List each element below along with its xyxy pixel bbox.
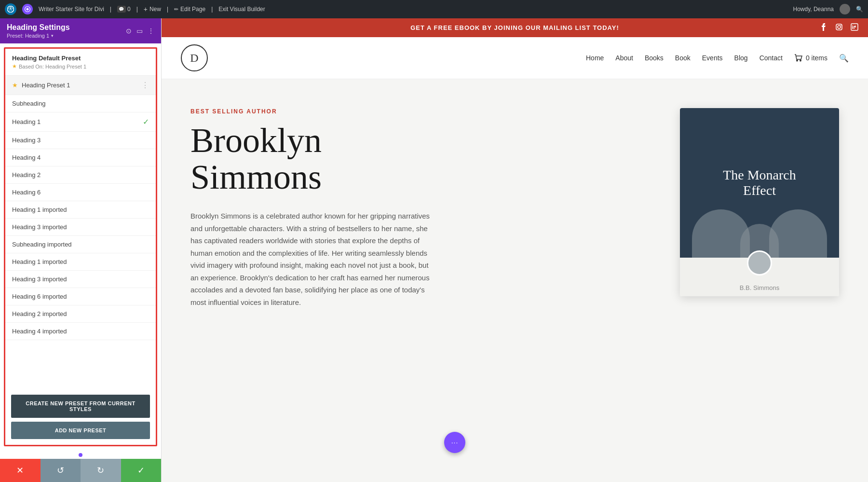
cart-count: 0 items (806, 54, 827, 62)
preset-item-label: Heading 3 imported (12, 223, 67, 231)
star-icon: ★ (12, 63, 17, 69)
panel-header-content: Heading Settings Preset: Heading 1 ▾ (7, 23, 70, 39)
undo-icon: ↺ (57, 465, 64, 476)
site-logo[interactable]: D (181, 44, 208, 71)
main-layout: Heading Settings Preset: Heading 1 ▾ ⊙ ▭… (0, 18, 868, 482)
undo-button[interactable]: ↺ (41, 459, 81, 482)
svg-rect-2 (836, 24, 842, 30)
howdy-text: Howdy, Deanna (793, 6, 834, 13)
list-item[interactable]: Heading 3 imported (5, 271, 156, 288)
separator-4: | (211, 6, 213, 13)
save-button[interactable]: ✓ (121, 459, 162, 482)
svg-rect-5 (851, 24, 858, 30)
dot-active (79, 453, 82, 457)
user-avatar[interactable] (840, 4, 850, 14)
social-links (820, 23, 858, 33)
hero-label: BEST SELLING AUTHOR (190, 108, 661, 115)
nav-blog[interactable]: Blog (734, 54, 748, 62)
admin-bar-left: Writer Starter Site for Divi | 💬 0 | + N… (5, 3, 789, 15)
preset-item-label: Heading 1 imported (12, 206, 67, 213)
create-preset-button[interactable]: CREATE NEW PRESET FROM CURRENT STYLES (11, 395, 150, 418)
site-name-link[interactable]: Writer Starter Site for Divi (39, 6, 104, 13)
preset-list: ★ Heading Preset 1 ⋮ Subheading Heading … (5, 76, 156, 389)
list-item[interactable]: Subheading imported (5, 236, 156, 253)
preset-action-buttons: CREATE NEW PRESET FROM CURRENT STYLES AD… (5, 389, 156, 445)
heading-settings-panel: Heading Settings Preset: Heading 1 ▾ ⊙ ▭… (0, 18, 162, 482)
instagram-icon[interactable] (835, 23, 843, 33)
svg-point-6 (797, 60, 798, 61)
cancel-icon: ✕ (16, 465, 24, 476)
admin-search-icon[interactable]: 🔍 (856, 6, 863, 13)
new-link[interactable]: + New (144, 5, 161, 13)
nav-events[interactable]: Events (702, 54, 723, 62)
list-item[interactable]: Heading 3 (5, 132, 156, 149)
edit-page-link[interactable]: ✏ Edit Page (174, 6, 205, 13)
nav-contact[interactable]: Contact (760, 54, 783, 62)
comment-icon: 💬 (117, 6, 126, 13)
panel-title: Heading Settings (7, 23, 70, 32)
book-title-line2: Effect (743, 183, 776, 198)
preset-item-label: Heading 6 (12, 189, 41, 196)
list-item[interactable]: Heading 3 imported (5, 219, 156, 236)
list-item[interactable]: Heading 6 imported (5, 288, 156, 305)
cart-link[interactable]: 0 items (794, 54, 827, 62)
nav-book[interactable]: Book (675, 54, 691, 62)
list-item[interactable]: Heading 6 (5, 184, 156, 201)
wp-logo-icon[interactable] (5, 3, 16, 15)
checkmark-icon: ✓ (143, 117, 149, 126)
top-bar-text: GET A FREE EBOOK BY JOINING OUR MAILING … (410, 24, 619, 31)
preset-item-label: Heading 2 (12, 171, 41, 179)
preset-container: Heading Default Preset ★ Based On: Headi… (4, 47, 157, 446)
list-item[interactable]: Heading 1 imported (5, 253, 156, 271)
hero-name-line2: Simmons (190, 158, 322, 196)
facebook-icon[interactable] (820, 23, 827, 33)
pagination-dots (0, 450, 161, 459)
book-cover: The Monarch Effect (680, 108, 839, 258)
site-search-icon[interactable]: 🔍 (839, 54, 849, 63)
preset-more-icon[interactable]: ⋮ (141, 81, 149, 90)
fab-button[interactable]: ··· (444, 432, 465, 453)
list-item[interactable]: Heading 4 imported (5, 323, 156, 340)
preset-label: Preset: Heading 1 (7, 33, 49, 39)
list-item[interactable]: Heading 2 (5, 166, 156, 184)
preset-item-label: Heading 3 (12, 137, 41, 144)
more-options-icon[interactable]: ⋮ (148, 27, 154, 35)
linkedin-icon[interactable] (851, 23, 858, 33)
chevron-down-icon: ▾ (51, 33, 54, 38)
svg-point-3 (838, 26, 841, 28)
comment-bubble[interactable]: 💬 0 (117, 6, 131, 13)
nav-home[interactable]: Home (586, 54, 604, 62)
site-nav: Home About Books Book Events Blog Contac… (586, 54, 849, 63)
site-header: D Home About Books Book Events Blog Cont… (162, 37, 868, 79)
layout-icon[interactable]: ▭ (136, 27, 143, 35)
divi-logo-icon[interactable] (22, 4, 33, 14)
list-item[interactable]: ★ Heading Preset 1 ⋮ (5, 76, 156, 95)
redo-button[interactable]: ↻ (81, 459, 121, 482)
fullscreen-icon[interactable]: ⊙ (126, 27, 132, 35)
book-title-line1: The Monarch (723, 167, 796, 182)
redo-icon: ↻ (97, 465, 104, 476)
preset-item-label: Heading Preset 1 (22, 82, 70, 89)
exit-builder-link[interactable]: Exit Visual Builder (218, 6, 265, 13)
list-item[interactable]: Heading 4 (5, 149, 156, 166)
list-item[interactable]: Heading 1 ✓ (5, 112, 156, 132)
preset-selector[interactable]: Preset: Heading 1 ▾ (7, 33, 70, 39)
preset-item-label: Heading 1 imported (12, 258, 67, 265)
cancel-button[interactable]: ✕ (0, 459, 41, 482)
preset-item-label: Subheading imported (12, 241, 72, 248)
list-item[interactable]: Subheading (5, 95, 156, 112)
book-card: The Monarch Effect B.B. Simmo (680, 108, 839, 296)
default-preset-based-on: Based On: Heading Preset 1 (19, 64, 86, 69)
hero-section: BEST SELLING AUTHOR Brooklyn Simmons Bro… (162, 79, 868, 482)
add-preset-button[interactable]: ADD NEW PRESET (11, 422, 150, 439)
default-preset-subtitle: ★ Based On: Heading Preset 1 (12, 63, 149, 69)
separator-3: | (167, 6, 168, 13)
list-item[interactable]: Heading 1 imported (5, 201, 156, 219)
book-author-name: B.B. Simmons (740, 284, 779, 291)
site-content: BEST SELLING AUTHOR Brooklyn Simmons Bro… (162, 79, 868, 482)
nav-about[interactable]: About (615, 54, 633, 62)
hero-bio: Brooklyn Simmons is a celebrated author … (190, 210, 432, 308)
hero-name: Brooklyn Simmons (190, 123, 661, 195)
list-item[interactable]: Heading 2 imported (5, 305, 156, 323)
nav-books[interactable]: Books (645, 54, 664, 62)
